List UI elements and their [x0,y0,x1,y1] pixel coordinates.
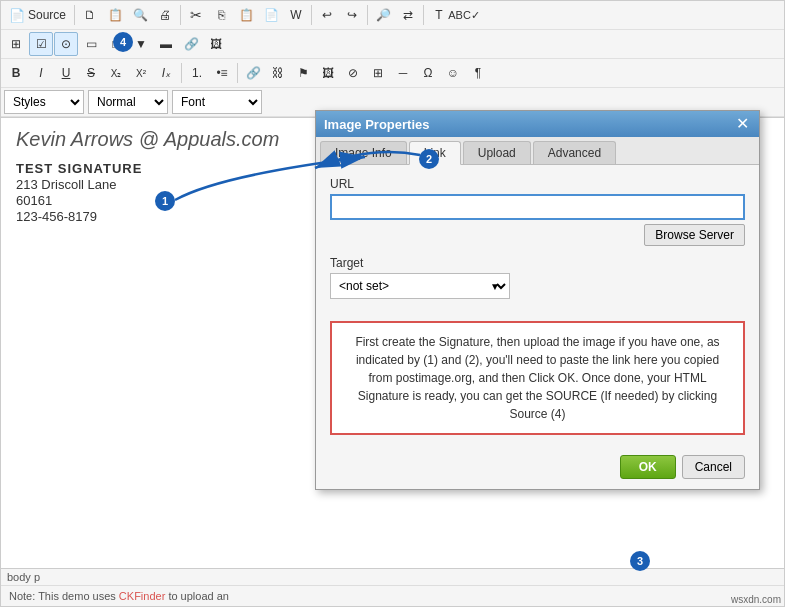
paste-text-button[interactable]: 📄 [259,3,283,27]
paste-word-button[interactable]: W [284,3,308,27]
tab-image-info[interactable]: Image Info [320,141,407,164]
unlink-icon: ⛓ [272,66,284,80]
special-char-button[interactable]: Ω [416,61,440,85]
url-input[interactable] [330,194,745,220]
removeformat-button[interactable]: Iₓ [154,61,178,85]
ckfinder-link[interactable]: CKFinder [119,590,165,602]
select-icon: ▼ [135,37,147,51]
flash-button[interactable]: ⊘ [341,61,365,85]
replace-button[interactable]: ⇄ [396,3,420,27]
separator-4 [367,5,368,25]
new-document-button[interactable]: 🗋 [78,3,102,27]
target-select[interactable]: <not set> _blank _self _parent _top [330,273,510,299]
browse-server-button[interactable]: Browse Server [644,224,745,246]
show-blocks-icon: ¶ [475,66,481,80]
paste-button[interactable]: 📋 [234,3,258,27]
textarea-icon: ▬ [160,37,172,51]
undo-button[interactable]: ↩ [315,3,339,27]
print-button[interactable]: 🖨 [153,3,177,27]
source-button[interactable]: 📄 Source [4,3,71,27]
templates-icon: 📋 [108,8,123,22]
underline-button[interactable]: U [54,61,78,85]
target-select-wrapper: <not set> _blank _self _parent _top ▼ [330,273,745,299]
underline-icon: U [62,66,71,80]
link-button[interactable]: 🔗 [241,61,265,85]
image-properties-dialog[interactable]: Image Properties ✕ Image Info Link Uploa… [315,110,760,490]
copy-button[interactable]: ⎘ [209,3,233,27]
subscript-button[interactable]: X₂ [104,61,128,85]
redo-button[interactable]: ↪ [340,3,364,27]
strikethrough-button[interactable]: S [79,61,103,85]
styles-select[interactable]: Styles [4,90,84,114]
cut-button[interactable]: ✂ [184,3,208,27]
preview-button[interactable]: 🔍 [128,3,152,27]
textarea-btn[interactable]: ▬ [154,32,178,56]
image-btn[interactable]: 🖼 [204,32,228,56]
ok-button[interactable]: OK [620,455,676,479]
anchor-icon: ⚑ [298,66,309,80]
show-blocks-button[interactable]: ¶ [466,61,490,85]
undo-icon: ↩ [322,8,332,22]
preview-icon: 🔍 [133,8,148,22]
format-icon: T [435,8,442,22]
unorderedlist-button[interactable]: •≡ [210,61,234,85]
checkbox-button[interactable]: ☑ [29,32,53,56]
input-btn[interactable]: ▭ [79,32,103,56]
replace-icon: ⇄ [403,8,413,22]
button-btn[interactable]: □ [104,32,128,56]
link-btn2[interactable]: 🔗 [179,32,203,56]
templates-button[interactable]: 📋 [103,3,127,27]
font-select[interactable]: Font [172,90,262,114]
dialog-body: URL Browse Server Target <not set> _blan… [316,165,759,311]
select-btn[interactable]: ▼ [129,32,153,56]
link-icon: 🔗 [246,66,261,80]
radio-button[interactable]: ⊙ [54,32,78,56]
find-icon: 🔎 [376,8,391,22]
format-select[interactable]: Normal [88,90,168,114]
spellcheck-button[interactable]: ABC✓ [452,3,476,27]
target-label: Target [330,256,745,270]
input-icon: ▭ [86,37,97,51]
dialog-close-button[interactable]: ✕ [734,116,751,132]
browse-server-row: Browse Server [330,224,745,246]
tab-advanced-label: Advanced [548,146,601,160]
superscript-button[interactable]: X² [129,61,153,85]
anchor-button[interactable]: ⚑ [291,61,315,85]
unlink-button[interactable]: ⛓ [266,61,290,85]
toolbar-row-2: ⊞ ☑ ⊙ ▭ □ ▼ ▬ 🔗 🖼 [1,30,784,59]
paste-text-icon: 📄 [264,8,279,22]
paste-word-icon: W [290,8,301,22]
tab-advanced[interactable]: Advanced [533,141,616,164]
table-button[interactable]: ⊞ [4,32,28,56]
note-bar: Note: This demo uses CKFinder to upload … [1,585,784,606]
smiley-button[interactable]: ☺ [441,61,465,85]
tab-upload-label: Upload [478,146,516,160]
radio-icon: ⊙ [61,37,71,51]
tab-link[interactable]: Link [409,141,461,165]
source-label: Source [28,8,66,22]
image2-icon: 🖼 [322,66,334,80]
italic-button[interactable]: I [29,61,53,85]
paste-icon: 📋 [239,8,254,22]
tab-upload[interactable]: Upload [463,141,531,164]
hr-button[interactable]: ─ [391,61,415,85]
copy-icon: ⎘ [218,8,225,22]
dialog-tabs: Image Info Link Upload Advanced [316,137,759,165]
toolbar-row-1: 📄 Source 🗋 📋 🔍 🖨 ✂ ⎘ 📋 📄 W ↩ ↪ 🔎 ⇄ T ABC… [1,1,784,30]
status-path: body p [7,571,40,583]
dialog-titlebar: Image Properties ✕ [316,111,759,137]
table2-icon: ⊞ [373,66,383,80]
flash-icon: ⊘ [348,66,358,80]
hr-icon: ─ [399,66,408,80]
separator-6 [181,63,182,83]
find-button[interactable]: 🔎 [371,3,395,27]
table-icon: ⊞ [11,37,21,51]
tab-image-info-label: Image Info [335,146,392,160]
cancel-button[interactable]: Cancel [682,455,745,479]
orderedlist-button[interactable]: 1. [185,61,209,85]
table-button2[interactable]: ⊞ [366,61,390,85]
bold-button[interactable]: B [4,61,28,85]
separator-5 [423,5,424,25]
image-button2[interactable]: 🖼 [316,61,340,85]
separator-3 [311,5,312,25]
